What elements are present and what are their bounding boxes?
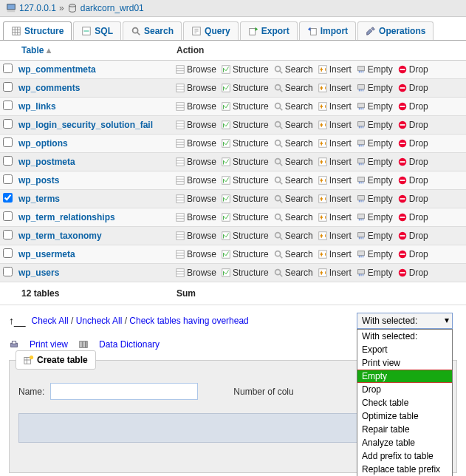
- structure-action[interactable]: Structure: [219, 267, 270, 279]
- dropdown-option[interactable]: Export: [357, 343, 452, 356]
- data-dictionary-link[interactable]: Data Dictionary: [99, 339, 160, 350]
- structure-action[interactable]: Structure: [219, 156, 270, 168]
- drop-action[interactable]: Drop: [396, 193, 430, 205]
- row-checkbox[interactable]: [3, 193, 13, 203]
- empty-action[interactable]: Empty: [354, 64, 394, 75]
- insert-action[interactable]: Insert: [316, 82, 353, 94]
- table-name-link[interactable]: wp_login_security_solution_fail: [18, 120, 153, 130]
- drop-action[interactable]: Drop: [396, 230, 430, 242]
- search-action[interactable]: Search: [272, 137, 315, 149]
- search-action[interactable]: Search: [272, 64, 315, 75]
- tab-operations[interactable]: Operations: [357, 21, 434, 40]
- create-table-legend[interactable]: Create table: [16, 350, 96, 370]
- empty-action[interactable]: Empty: [354, 230, 394, 242]
- table-name-link[interactable]: wp_commentmeta: [18, 64, 96, 75]
- row-checkbox[interactable]: [3, 230, 13, 239]
- row-checkbox[interactable]: [3, 267, 13, 276]
- search-action[interactable]: Search: [272, 174, 315, 186]
- row-checkbox[interactable]: [3, 248, 13, 258]
- insert-action[interactable]: Insert: [316, 174, 353, 186]
- empty-action[interactable]: Empty: [354, 82, 394, 94]
- browse-action[interactable]: Browse: [174, 230, 218, 242]
- table-name-link[interactable]: wp_links: [18, 101, 56, 112]
- empty-action[interactable]: Empty: [354, 119, 394, 131]
- browse-action[interactable]: Browse: [174, 211, 218, 223]
- with-selected-dropdown[interactable]: With selected:: [357, 313, 453, 329]
- dropdown-option[interactable]: Repair table: [357, 423, 452, 436]
- empty-action[interactable]: Empty: [354, 137, 394, 149]
- row-checkbox[interactable]: [3, 211, 13, 221]
- browse-action[interactable]: Browse: [174, 174, 218, 186]
- dropdown-option[interactable]: Optimize table: [357, 409, 452, 423]
- empty-action[interactable]: Empty: [354, 156, 394, 168]
- drop-action[interactable]: Drop: [396, 82, 430, 94]
- search-action[interactable]: Search: [272, 267, 315, 279]
- insert-action[interactable]: Insert: [316, 64, 353, 75]
- structure-action[interactable]: Structure: [219, 137, 270, 149]
- insert-action[interactable]: Insert: [316, 119, 353, 131]
- empty-action[interactable]: Empty: [354, 211, 394, 223]
- drop-action[interactable]: Drop: [396, 101, 430, 112]
- search-action[interactable]: Search: [272, 101, 315, 112]
- browse-action[interactable]: Browse: [174, 82, 218, 94]
- search-action[interactable]: Search: [272, 211, 315, 223]
- search-action[interactable]: Search: [272, 82, 315, 94]
- browse-action[interactable]: Browse: [174, 156, 218, 168]
- tab-query[interactable]: Query: [183, 21, 239, 40]
- insert-action[interactable]: Insert: [316, 137, 353, 149]
- breadcrumb-db[interactable]: darkcorn_wrd01: [80, 3, 144, 13]
- drop-action[interactable]: Drop: [396, 267, 430, 279]
- drop-action[interactable]: Drop: [396, 211, 430, 223]
- drop-action[interactable]: Drop: [396, 156, 430, 168]
- drop-action[interactable]: Drop: [396, 64, 430, 75]
- table-name-link[interactable]: wp_comments: [18, 83, 80, 93]
- structure-action[interactable]: Structure: [219, 119, 270, 131]
- row-checkbox[interactable]: [3, 137, 13, 147]
- row-checkbox[interactable]: [3, 174, 13, 184]
- dropdown-option[interactable]: With selected:: [357, 330, 452, 343]
- drop-action[interactable]: Drop: [396, 137, 430, 149]
- search-action[interactable]: Search: [272, 156, 315, 168]
- dropdown-option[interactable]: Print view: [357, 356, 452, 370]
- insert-action[interactable]: Insert: [316, 101, 353, 112]
- tab-export[interactable]: Export: [240, 21, 298, 40]
- dropdown-option[interactable]: Drop: [357, 383, 452, 396]
- structure-action[interactable]: Structure: [219, 230, 270, 242]
- browse-action[interactable]: Browse: [174, 64, 218, 75]
- structure-action[interactable]: Structure: [219, 82, 270, 94]
- search-action[interactable]: Search: [272, 119, 315, 131]
- print-view-link[interactable]: Print view: [30, 339, 68, 350]
- check-overhead-link[interactable]: Check tables having overhead: [129, 316, 248, 326]
- row-checkbox[interactable]: [3, 82, 13, 92]
- tab-sql[interactable]: SQL: [73, 21, 121, 40]
- browse-action[interactable]: Browse: [174, 137, 218, 149]
- row-checkbox[interactable]: [3, 156, 13, 166]
- insert-action[interactable]: Insert: [316, 248, 353, 260]
- drop-action[interactable]: Drop: [396, 119, 430, 131]
- insert-action[interactable]: Insert: [316, 193, 353, 205]
- empty-action[interactable]: Empty: [354, 101, 394, 112]
- browse-action[interactable]: Browse: [174, 119, 218, 131]
- structure-action[interactable]: Structure: [219, 174, 270, 186]
- dropdown-option[interactable]: Add prefix to table: [357, 449, 452, 463]
- insert-action[interactable]: Insert: [316, 156, 353, 168]
- tab-import[interactable]: Import: [299, 21, 356, 40]
- col-table[interactable]: Table ▴: [16, 41, 171, 61]
- row-checkbox[interactable]: [3, 119, 13, 129]
- tab-structure[interactable]: Structure: [3, 21, 72, 40]
- table-name-link[interactable]: wp_usermeta: [18, 249, 75, 259]
- browse-action[interactable]: Browse: [174, 193, 218, 205]
- table-name-input[interactable]: [50, 383, 198, 400]
- drop-action[interactable]: Drop: [396, 248, 430, 260]
- table-name-link[interactable]: wp_postmeta: [18, 157, 75, 167]
- dropdown-option[interactable]: Replace table prefix: [357, 463, 452, 476]
- drop-action[interactable]: Drop: [396, 174, 430, 186]
- insert-action[interactable]: Insert: [316, 267, 353, 279]
- insert-action[interactable]: Insert: [316, 230, 353, 242]
- insert-action[interactable]: Insert: [316, 211, 353, 223]
- search-action[interactable]: Search: [272, 193, 315, 205]
- search-action[interactable]: Search: [272, 230, 315, 242]
- structure-action[interactable]: Structure: [219, 101, 270, 112]
- breadcrumb-host[interactable]: 127.0.0.1: [19, 3, 56, 13]
- empty-action[interactable]: Empty: [354, 174, 394, 186]
